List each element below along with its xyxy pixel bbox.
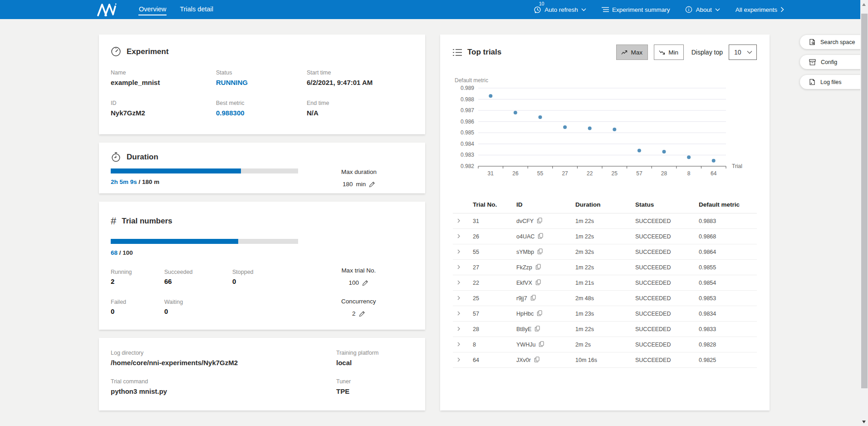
field-label: Best metric bbox=[216, 100, 307, 106]
svg-text:27: 27 bbox=[562, 170, 568, 177]
nni-logo bbox=[97, 2, 128, 17]
experiment-summary-button[interactable]: Experiment summary bbox=[602, 6, 670, 13]
all-experiments-link[interactable]: All experiments bbox=[736, 6, 784, 13]
max-button[interactable]: Max bbox=[616, 45, 648, 60]
svg-text:Trial: Trial bbox=[732, 163, 742, 169]
svg-text:25: 25 bbox=[612, 170, 618, 177]
copy-icon[interactable] bbox=[539, 341, 544, 347]
svg-text:Default metric: Default metric bbox=[455, 77, 488, 84]
scrollbar-down-arrow[interactable] bbox=[862, 421, 866, 423]
field-label: End time bbox=[307, 100, 413, 106]
copy-icon[interactable] bbox=[537, 218, 542, 223]
copy-icon[interactable] bbox=[534, 357, 539, 362]
table-row[interactable]: 8YWHJu2m 2sSUCCEEDED0.9828 bbox=[453, 337, 757, 352]
min-button[interactable]: Min bbox=[654, 45, 684, 60]
experiment-summary-label: Experiment summary bbox=[612, 6, 670, 13]
metric-cell: 0.9828 bbox=[696, 337, 757, 352]
tab-overview[interactable]: Overview bbox=[138, 4, 167, 15]
metric-cell: 0.9854 bbox=[696, 275, 757, 291]
experiment-status-value: RUNNING bbox=[216, 79, 307, 86]
log-files-button[interactable]: Log files bbox=[800, 75, 868, 89]
table-row[interactable]: 22EkfVX1m 21sSUCCEEDED0.9854 bbox=[453, 275, 757, 291]
trial-no-cell: 25 bbox=[470, 291, 514, 306]
top-navbar: Overview Trials detail 10 Auto refresh bbox=[0, 0, 868, 19]
row-expand-chevron[interactable] bbox=[456, 357, 462, 363]
col-default-metric: Default metric bbox=[696, 197, 757, 213]
row-expand-chevron[interactable] bbox=[456, 218, 462, 224]
svg-text:0.987: 0.987 bbox=[461, 107, 474, 114]
top-trials-table-body: 31dvCFY1m 22sSUCCEEDED0.988326o4UAC1m 22… bbox=[453, 213, 757, 368]
copy-icon[interactable] bbox=[537, 310, 542, 316]
duration-cell: 2m 48s bbox=[573, 291, 633, 306]
duration-progress-fill bbox=[111, 168, 241, 173]
display-top-select[interactable]: 10 bbox=[729, 45, 757, 60]
trial-no-cell: 28 bbox=[470, 322, 514, 337]
row-expand-chevron[interactable] bbox=[456, 326, 462, 332]
copy-icon[interactable] bbox=[538, 233, 543, 239]
auto-refresh-menu[interactable]: 10 Auto refresh bbox=[534, 6, 586, 14]
hash-icon: # bbox=[111, 215, 116, 227]
experiment-field: End time N/A bbox=[307, 100, 413, 117]
trial-id-cell: dvCFY bbox=[514, 213, 573, 229]
copy-icon[interactable] bbox=[535, 326, 540, 332]
page-scrollbar[interactable] bbox=[860, 0, 868, 426]
trend-down-icon bbox=[659, 50, 665, 55]
row-expand-chevron[interactable] bbox=[456, 233, 462, 239]
edit-pencil-icon[interactable] bbox=[359, 311, 365, 317]
stat-waiting: Waiting 0 bbox=[164, 299, 232, 317]
status-cell: SUCCEEDED bbox=[633, 260, 696, 275]
trial-no-cell: 31 bbox=[470, 213, 514, 229]
trend-up-icon bbox=[621, 50, 628, 55]
refresh-clock-icon bbox=[534, 6, 541, 14]
scrollbar-thumb[interactable] bbox=[861, 14, 868, 388]
experiment-field: Start time 6/2/2021, 9:47:01 AM bbox=[307, 69, 413, 86]
scrollbar-up-arrow[interactable] bbox=[862, 3, 866, 6]
trial-numbers-card: # Trial numbers 68 / 100 Running 2 Succe… bbox=[99, 202, 425, 330]
max-duration-unit: min bbox=[356, 181, 366, 188]
chevron-down-icon bbox=[581, 8, 586, 11]
table-row[interactable]: 57HpHbc1m 23sSUCCEEDED0.9834 bbox=[453, 306, 757, 322]
row-expand-chevron[interactable] bbox=[456, 341, 462, 347]
experiment-field: ID Nyk7GzM2 bbox=[111, 100, 216, 117]
edit-pencil-icon[interactable] bbox=[369, 181, 375, 188]
experiment-field: Best metric 0.988300 bbox=[216, 100, 307, 117]
trial-id-cell: o4UAC bbox=[514, 229, 573, 244]
svg-text:0.983: 0.983 bbox=[461, 152, 474, 158]
metric-cell: 0.9883 bbox=[696, 213, 757, 229]
row-expand-chevron[interactable] bbox=[456, 264, 462, 270]
table-row[interactable]: 28Bt8yE1m 22sSUCCEEDED0.9833 bbox=[453, 322, 757, 337]
table-row[interactable]: 55sYMbp2m 32sSUCCEEDED0.9864 bbox=[453, 244, 757, 260]
trials-progress: 68 / 100 bbox=[111, 239, 413, 256]
field-label: Status bbox=[216, 69, 307, 76]
edit-pencil-icon[interactable] bbox=[362, 280, 368, 286]
row-expand-chevron[interactable] bbox=[456, 279, 462, 286]
row-expand-chevron[interactable] bbox=[456, 248, 462, 255]
table-row[interactable]: 25r9jj72m 48sSUCCEEDED0.9853 bbox=[453, 291, 757, 306]
experiment-id-value: Nyk7GzM2 bbox=[111, 109, 216, 117]
copy-icon[interactable] bbox=[535, 279, 541, 285]
table-row[interactable]: 64JXv0r10m 16sSUCCEEDED0.9825 bbox=[453, 352, 757, 368]
list-icon bbox=[602, 6, 609, 13]
chevron-down-icon bbox=[715, 8, 720, 11]
row-expand-chevron[interactable] bbox=[456, 295, 462, 301]
table-row[interactable]: 31dvCFY1m 22sSUCCEEDED0.9883 bbox=[453, 213, 757, 229]
copy-icon[interactable] bbox=[535, 264, 541, 270]
copy-icon[interactable] bbox=[530, 295, 536, 301]
svg-text:8: 8 bbox=[687, 170, 691, 177]
field-label: Trial command bbox=[111, 378, 336, 385]
copy-icon[interactable] bbox=[537, 248, 543, 254]
trial-id-cell: Bt8yE bbox=[514, 322, 573, 337]
log-files-label: Log files bbox=[820, 79, 842, 85]
row-expand-chevron[interactable] bbox=[456, 310, 462, 317]
table-row[interactable]: 27FkZzp1m 22sSUCCEEDED0.9855 bbox=[453, 260, 757, 275]
config-button[interactable]: Config bbox=[800, 55, 868, 69]
tab-trials-detail[interactable]: Trials detail bbox=[179, 4, 214, 15]
max-duration-value: 180 bbox=[343, 181, 353, 188]
about-menu[interactable]: About bbox=[685, 6, 720, 13]
best-metric-value[interactable]: 0.988300 bbox=[216, 109, 307, 117]
search-space-button[interactable]: Search space bbox=[800, 35, 868, 49]
metric-cell: 0.9834 bbox=[696, 306, 757, 322]
svg-text:55: 55 bbox=[537, 170, 544, 177]
table-row[interactable]: 26o4UAC1m 22sSUCCEEDED0.9868 bbox=[453, 229, 757, 244]
field-label: Name bbox=[111, 69, 216, 76]
